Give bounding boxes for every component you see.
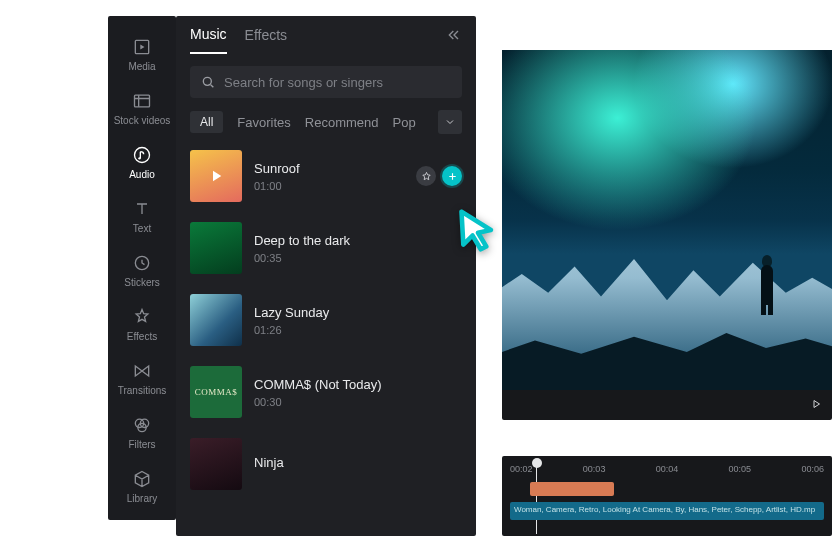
panel-tabs: Music Effects <box>176 16 476 54</box>
sidebar-item-transitions[interactable]: Transitions <box>108 352 176 404</box>
track-thumbnail[interactable] <box>190 222 242 274</box>
sidebar-item-filters[interactable]: Filters <box>108 406 176 458</box>
media-icon <box>131 36 153 58</box>
preview-pane <box>502 50 832 420</box>
sidebar-item-stock-videos[interactable]: Stock videos <box>108 82 176 134</box>
filter-favorites[interactable]: Favorites <box>237 115 290 130</box>
sidebar-item-library[interactable]: Library <box>108 460 176 512</box>
clip-label: Woman, Camera, Retro, Looking At Camera,… <box>514 505 815 514</box>
sidebar-item-label: Stickers <box>124 278 160 288</box>
play-icon <box>190 150 242 202</box>
track-thumbnail[interactable] <box>190 294 242 346</box>
sidebar-item-text[interactable]: Text <box>108 190 176 242</box>
track-name: Sunroof <box>254 161 404 176</box>
track-duration: 00:35 <box>254 252 462 264</box>
text-icon <box>131 198 153 220</box>
sidebar-item-media[interactable]: Media <box>108 28 176 80</box>
timeline-tick: 00:04 <box>656 464 679 474</box>
svg-point-3 <box>138 157 140 159</box>
sidebar-item-label: Filters <box>128 440 155 450</box>
sidebar-item-label: Library <box>127 494 158 504</box>
svg-point-8 <box>203 77 211 85</box>
chevron-down-icon <box>444 116 456 128</box>
sidebar-item-label: Text <box>133 224 151 234</box>
track-row[interactable]: Deep to the dark 00:35 <box>190 216 462 280</box>
tab-music[interactable]: Music <box>190 26 227 54</box>
filter-more-dropdown[interactable] <box>438 110 462 134</box>
audio-icon <box>131 144 153 166</box>
star-icon <box>421 171 432 182</box>
timeline-clip-video[interactable]: Woman, Camera, Retro, Looking At Camera,… <box>510 502 824 520</box>
track-duration: 00:30 <box>254 396 462 408</box>
track-duration: 01:26 <box>254 324 462 336</box>
stickers-icon <box>131 252 153 274</box>
search-bar[interactable] <box>190 66 462 98</box>
svg-rect-1 <box>135 95 150 107</box>
chevron-double-left-icon <box>446 27 462 43</box>
filter-recommend[interactable]: Recommend <box>305 115 379 130</box>
sidebar-item-label: Media <box>128 62 155 72</box>
preview-play-button[interactable] <box>810 396 822 414</box>
filter-row: All Favorites Recommend Pop <box>176 98 476 138</box>
favorite-button[interactable] <box>416 166 436 186</box>
sidebar-item-label: Audio <box>129 170 155 180</box>
collapse-panel-button[interactable] <box>446 27 462 53</box>
stock-videos-icon <box>131 90 153 112</box>
filter-pop[interactable]: Pop <box>393 115 416 130</box>
sidebar-item-label: Stock videos <box>114 116 171 126</box>
sidebar-item-stickers[interactable]: Stickers <box>108 244 176 296</box>
track-list: Sunroof 01:00 Deep to the dark 00:35 <box>176 138 476 502</box>
track-name: Lazy Sunday <box>254 305 462 320</box>
tool-sidebar: Media Stock videos Audio Text Stickers E… <box>108 16 176 520</box>
search-input[interactable] <box>224 75 452 90</box>
effects-icon <box>131 306 153 328</box>
preview-canvas[interactable] <box>502 50 832 390</box>
track-thumbnail[interactable] <box>190 366 242 418</box>
track-name: Deep to the dark <box>254 233 462 248</box>
transitions-icon <box>131 360 153 382</box>
sidebar-item-effects[interactable]: Effects <box>108 298 176 350</box>
add-track-button[interactable] <box>442 166 462 186</box>
timeline[interactable]: 00:02 00:03 00:04 00:05 00:06 Woman, Cam… <box>502 456 832 536</box>
filter-all[interactable]: All <box>190 111 223 133</box>
track-thumbnail[interactable] <box>190 150 242 202</box>
track-row[interactable]: Lazy Sunday 01:26 <box>190 288 462 352</box>
filters-icon <box>131 414 153 436</box>
timeline-tick: 00:03 <box>583 464 606 474</box>
sidebar-item-label: Effects <box>127 332 157 342</box>
timeline-tick: 00:02 <box>510 464 533 474</box>
preview-controls <box>502 390 832 420</box>
timeline-tracks[interactable]: Woman, Camera, Retro, Looking At Camera,… <box>510 478 824 530</box>
timeline-tick: 00:05 <box>729 464 752 474</box>
track-row[interactable]: COMMA$ (Not Today) 00:30 <box>190 360 462 424</box>
track-row[interactable]: Ninja <box>190 432 462 496</box>
timeline-tick: 00:06 <box>801 464 824 474</box>
tab-effects[interactable]: Effects <box>245 27 288 53</box>
play-icon <box>810 398 822 410</box>
sidebar-item-label: Transitions <box>118 386 167 396</box>
playhead[interactable] <box>536 462 537 534</box>
timeline-clip-audio[interactable] <box>530 482 614 496</box>
search-icon <box>200 74 216 90</box>
library-icon <box>131 468 153 490</box>
track-name: COMMA$ (Not Today) <box>254 377 462 392</box>
track-row[interactable]: Sunroof 01:00 <box>190 144 462 208</box>
track-thumbnail[interactable] <box>190 438 242 490</box>
timeline-ruler: 00:02 00:03 00:04 00:05 00:06 <box>510 462 824 478</box>
track-duration: 01:00 <box>254 180 404 192</box>
plus-icon <box>447 171 458 182</box>
audio-panel: Music Effects All Favorites Recommend Po… <box>176 16 476 536</box>
track-name: Ninja <box>254 455 462 470</box>
sidebar-item-audio[interactable]: Audio <box>108 136 176 188</box>
svg-point-2 <box>135 148 150 163</box>
